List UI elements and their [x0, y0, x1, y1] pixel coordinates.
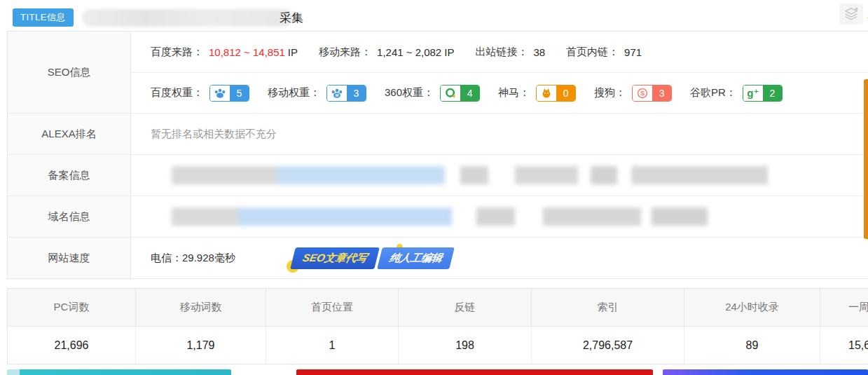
weight-sogou: 搜狗： S 3	[594, 85, 672, 102]
stats-header-homepage-position: 首页位置	[266, 289, 399, 327]
censored-domain-info	[172, 207, 708, 226]
weight-value: 5	[230, 86, 249, 101]
svg-text:M: M	[336, 93, 339, 97]
stat-value: 10,812 ~ 14,851	[209, 46, 285, 58]
svg-text:S: S	[640, 90, 645, 97]
stats-value-mobile-words: 1,179	[136, 327, 266, 364]
mobile-weight-badge[interactable]: M 3	[326, 85, 366, 102]
page-title-suffix: 采集	[280, 10, 303, 26]
google-plus-icon: g⁺	[743, 86, 763, 101]
weight-baidu: 百度权重： 5	[151, 85, 249, 102]
table-row-seo: SEO信息 百度来路： 10,812 ~ 14,851 IP 移动来路： 1,2…	[8, 32, 868, 114]
weight-360: 360权重： 4	[385, 85, 480, 102]
360-weight-badge[interactable]: 4	[440, 85, 480, 102]
row-label-domain: 域名信息	[8, 196, 131, 237]
table-row-domain: 域名信息	[8, 196, 868, 238]
speed-content: 电信：29.928毫秒 SEO文章代写 纯人工编辑	[131, 238, 868, 278]
360-ring-icon	[441, 86, 460, 101]
weights-subrow: 百度权重： 5 移动权重：	[131, 72, 868, 113]
sogou-s-icon: S	[633, 86, 652, 101]
stats-value-index: 2,796,587	[532, 327, 684, 364]
stats-value-week-collect: 15,6	[820, 327, 868, 364]
weight-google-pr: 谷歌PR： g⁺ 2	[690, 85, 783, 102]
telecom-speed-text: 电信：29.928毫秒	[151, 252, 235, 265]
censored-icp-info	[172, 166, 768, 184]
weight-value: 3	[347, 86, 366, 101]
weight-label: 移动权重：	[268, 86, 320, 100]
shenma-weight-badge[interactable]: 0	[536, 85, 576, 102]
stats-header-backlinks: 反链	[399, 289, 532, 327]
weight-label: 搜狗：	[594, 86, 626, 100]
apps-widget[interactable]: 应	[839, 4, 868, 25]
promo-banner[interactable]: SEO文章代写 纯人工编辑	[293, 247, 452, 269]
title-info-badge: TITLE信息	[13, 8, 74, 27]
seo-content: 百度来路： 10,812 ~ 14,851 IP 移动来路： 1,241 ~ 2…	[131, 32, 868, 113]
stat-suffix: IP	[288, 46, 298, 58]
baidu-paw-icon	[210, 86, 230, 101]
stat-mobile-traffic: 移动来路： 1,241 ~ 2,082 IP	[319, 46, 454, 59]
stats-header-week-collect: 一周收录	[820, 289, 868, 327]
seo-report-page: { "header": { "badge": "TITLE信息", "title…	[0, 0, 868, 375]
promo-segment-2[interactable]: 纯人工编辑	[377, 247, 455, 269]
weight-value: 0	[556, 86, 575, 101]
stat-value: 38	[533, 46, 545, 58]
table-row-icp: 备案信息	[8, 155, 868, 196]
weight-value: 3	[652, 86, 671, 101]
stat-label: 首页内链：	[566, 46, 619, 59]
stats-header-index: 索引	[532, 289, 684, 327]
stat-suffix: IP	[444, 46, 454, 58]
stat-label: 出站链接：	[475, 46, 528, 59]
bottom-bar-blue	[663, 369, 868, 375]
keyword-stats-table: PC词数 移动词数 首页位置 反链 索引 24小时收录 一周收录 21,696 …	[7, 288, 868, 364]
baidu-mobile-paw-icon: M	[327, 86, 347, 101]
stat-value: 971	[624, 46, 642, 58]
weight-label: 神马：	[498, 86, 530, 100]
google-pr-badge[interactable]: g⁺ 2	[743, 85, 783, 102]
stats-value-24h-collect: 89	[684, 327, 820, 364]
alexa-no-data-text: 暂无排名或相关数据不充分	[151, 128, 277, 141]
row-label-seo: SEO信息	[8, 32, 131, 113]
alexa-content: 暂无排名或相关数据不充分	[131, 114, 868, 154]
weight-mobile: 移动权重： M 3	[268, 85, 366, 102]
weight-shenma: 神马： 0	[498, 85, 576, 102]
bottom-bar-cyan	[7, 369, 231, 375]
shenma-owl-icon	[537, 86, 556, 101]
stats-header-pc-words: PC词数	[8, 289, 136, 327]
stats-value-homepage-position: 1	[266, 327, 399, 364]
table-row-alexa: ALEXA排名 暂无排名或相关数据不充分	[8, 114, 868, 155]
bottom-bar-red	[296, 369, 653, 375]
layers-icon[interactable]	[839, 4, 863, 25]
stats-value-backlinks: 198	[399, 327, 532, 364]
table-row-speed: 网站速度 电信：29.928毫秒 SEO文章代写 纯人工编辑	[8, 238, 868, 278]
baidu-weight-badge[interactable]: 5	[209, 85, 249, 102]
domain-content	[131, 196, 868, 237]
weight-label: 谷歌PR：	[690, 86, 736, 100]
floating-sidebar-edge[interactable]	[864, 79, 868, 239]
weight-label: 百度权重：	[151, 86, 203, 100]
weight-value: 4	[460, 86, 479, 101]
weight-label: 360权重：	[385, 86, 434, 100]
row-label-speed: 网站速度	[8, 238, 131, 278]
stats-header-mobile-words: 移动词数	[136, 289, 266, 327]
row-label-alexa: ALEXA排名	[8, 114, 131, 154]
icp-content	[131, 155, 868, 196]
censored-title-text	[82, 9, 292, 27]
traffic-subrow: 百度来路： 10,812 ~ 14,851 IP 移动来路： 1,241 ~ 2…	[131, 32, 868, 72]
stat-baidu-traffic: 百度来路： 10,812 ~ 14,851 IP	[151, 46, 298, 59]
stats-header-24h-collect: 24小时收录	[684, 289, 820, 327]
weight-value: 2	[763, 86, 782, 101]
stat-homepage-internal-links: 首页内链： 971	[566, 46, 642, 59]
stat-label: 移动来路：	[319, 46, 371, 59]
stat-label: 百度来路：	[151, 46, 203, 59]
promo-segment-1[interactable]: SEO文章代写	[290, 247, 379, 269]
seo-info-table: SEO信息 百度来路： 10,812 ~ 14,851 IP 移动来路： 1,2…	[7, 31, 868, 279]
stat-outbound-links: 出站链接： 38	[475, 46, 545, 59]
stat-value: 1,241 ~ 2,082	[377, 46, 441, 58]
page-header: TITLE信息 采集 应	[0, 0, 868, 31]
stats-value-pc-words: 21,696	[8, 327, 136, 364]
row-label-icp: 备案信息	[8, 155, 131, 196]
sogou-weight-badge[interactable]: S 3	[632, 85, 672, 102]
